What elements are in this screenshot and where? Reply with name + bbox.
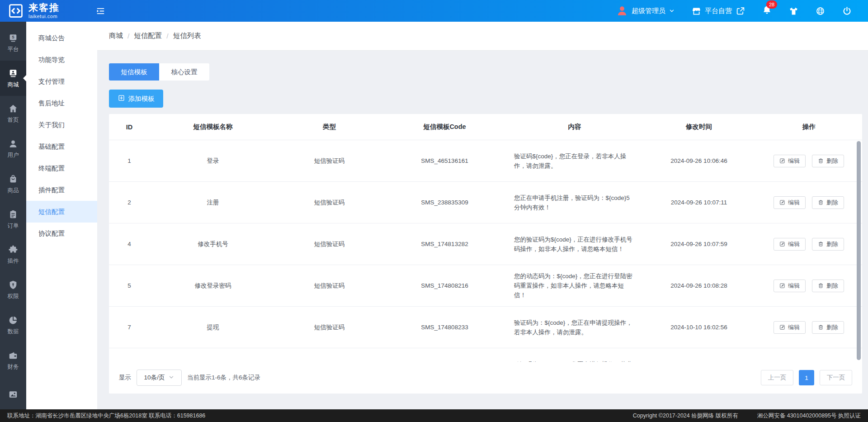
rail-item-label: 权限 — [8, 293, 19, 300]
rail-item-label: 财务 — [8, 363, 19, 371]
cell-template-code: SMS_465136161 — [382, 157, 507, 164]
rail-item-商品[interactable]: 商品 — [0, 166, 26, 202]
delete-button-label: 删除 — [826, 282, 838, 290]
submenu-item-功能导览[interactable]: 功能导览 — [26, 49, 97, 71]
cell-template-name: 登录 — [150, 157, 276, 165]
column-header-短信模板名称: 短信模板名称 — [150, 123, 276, 131]
column-header-内容: 内容 — [507, 122, 642, 132]
submenu-item-售后地址[interactable]: 售后地址 — [26, 92, 97, 114]
cell-template-name: 提现 — [150, 323, 276, 332]
rail-item-平台[interactable]: S平台 — [0, 25, 26, 61]
rail-item-插件[interactable]: 插件 — [0, 237, 26, 272]
table-scrollbar[interactable] — [857, 141, 861, 360]
add-template-button[interactable]: 添加模板 — [109, 90, 163, 108]
language-globe-button[interactable] — [816, 6, 825, 16]
delete-button[interactable]: 删除 — [812, 196, 844, 209]
svg-text:S: S — [12, 35, 14, 39]
cell-id: 1 — [109, 157, 150, 164]
edit-button[interactable]: 编辑 — [774, 280, 806, 292]
rail-item-media-icon[interactable] — [0, 378, 26, 413]
shop-link[interactable]: 平台自营 — [692, 6, 745, 16]
media-icon — [8, 389, 18, 399]
edit-button[interactable]: 编辑 — [774, 238, 806, 251]
pagination-bar: 显示 10条/页 当前显示1-6条，共6条记录 上一页 1 下一页 — [109, 362, 862, 394]
trash-icon — [818, 283, 824, 289]
plugin-icon — [8, 245, 18, 255]
brand-title: 来客推 — [28, 3, 60, 12]
submenu-item-终端配置[interactable]: 终端配置 — [26, 157, 97, 179]
submenu-item-基础配置[interactable]: 基础配置 — [26, 136, 97, 157]
sidebar-submenu: 商城公告功能导览支付管理售后地址关于我们基础配置终端配置插件配置短信配置协议配置 — [26, 22, 97, 422]
notifications-button[interactable]: 28 — [762, 5, 772, 17]
prev-page-button[interactable]: 上一页 — [761, 370, 793, 385]
sidebar-rail: S平台商城首页用户商品订单插件权限数据财务 — [0, 22, 26, 422]
footer-beian[interactable]: 湘公网安备 43010402000895号 执照认证 — [757, 412, 861, 420]
breadcrumb-item-sms-config[interactable]: 短信配置 — [134, 31, 162, 41]
auth-icon — [8, 280, 18, 290]
tab-核心设置[interactable]: 核心设置 — [159, 63, 209, 81]
table-body: 1登录短信验证码SMS_465136161验证码${code}，您正在登录，若非… — [109, 140, 862, 362]
delete-button[interactable]: 删除 — [812, 321, 844, 334]
trash-icon — [818, 324, 824, 330]
edit-button[interactable]: 编辑 — [774, 321, 806, 334]
rail-item-label: 商城 — [8, 81, 19, 89]
pagination-summary: 当前显示1-6条，共6条记录 — [187, 374, 260, 382]
rail-item-财务[interactable]: 财务 — [0, 343, 26, 378]
user-icon — [8, 139, 18, 149]
delete-button[interactable]: 删除 — [812, 155, 844, 167]
page-size-select[interactable]: 10条/页 — [137, 370, 182, 386]
table-row: 7提现短信验证码SMS_174808233验证码为：${code}，您正在申请提… — [109, 307, 862, 348]
edit-button-label: 编辑 — [788, 157, 800, 165]
rail-item-首页[interactable]: 首页 — [0, 96, 26, 131]
edit-icon — [779, 324, 785, 330]
cell-content: 您的动态码为：${code}，您正在进行登陆密码重置操作，如非本人操作，请忽略本… — [507, 271, 642, 300]
next-page-button[interactable]: 下一页 — [820, 370, 852, 385]
cell-modified-time: 2024-09-26 10:06:46 — [642, 157, 755, 164]
cell-actions: 编辑删除 — [755, 321, 862, 334]
rail-item-权限[interactable]: 权限 — [0, 272, 26, 308]
tab-短信模板[interactable]: 短信模板 — [109, 63, 159, 81]
breadcrumb-item-mall[interactable]: 商城 — [109, 31, 123, 41]
rail-item-label: 商品 — [8, 187, 19, 194]
rail-item-label: 订单 — [8, 222, 19, 230]
plus-square-icon — [118, 95, 125, 103]
page-number-current[interactable]: 1 — [799, 370, 814, 385]
breadcrumb-item-sms-list: 短信列表 — [173, 31, 201, 41]
rail-item-商城[interactable]: 商城 — [0, 61, 26, 96]
submenu-item-关于我们[interactable]: 关于我们 — [26, 114, 97, 136]
delete-button[interactable]: 删除 — [812, 280, 844, 292]
notification-badge: 28 — [766, 0, 777, 9]
rail-item-数据[interactable]: 数据 — [0, 308, 26, 343]
logout-power-button[interactable] — [842, 6, 852, 16]
select-chevron-icon — [169, 375, 174, 381]
edit-button[interactable]: 编辑 — [774, 155, 806, 167]
table-row: 5修改登录密码短信验证码SMS_174808216您的动态码为：${code}，… — [109, 265, 862, 307]
column-header-修改时间: 修改时间 — [642, 123, 755, 131]
cell-id: 2 — [109, 199, 150, 206]
submenu-item-协议配置[interactable]: 协议配置 — [26, 223, 97, 244]
cell-actions: 编辑删除 — [755, 280, 862, 292]
pager: 上一页 1 下一页 — [761, 370, 852, 385]
rail-item-用户[interactable]: 用户 — [0, 131, 26, 166]
footer-bar: 联系地址：湖南省长沙市岳麓区绿地中央广场6栋2018室 联系电话：6159816… — [0, 409, 868, 422]
column-header-ID: ID — [109, 123, 150, 131]
submenu-item-插件配置[interactable]: 插件配置 — [26, 179, 97, 201]
user-name: 超级管理员 — [632, 7, 665, 15]
topbar: 来客推 laiketui.com 超级管理员 平台自营 28 — [0, 0, 868, 22]
user-menu[interactable]: 超级管理员 — [616, 5, 675, 17]
submenu-item-支付管理[interactable]: 支付管理 — [26, 71, 97, 92]
submenu-item-商城公告[interactable]: 商城公告 — [26, 27, 97, 49]
edit-icon — [779, 241, 785, 247]
rail-item-label: 平台 — [8, 46, 19, 53]
edit-button[interactable]: 编辑 — [774, 196, 806, 209]
cell-actions: 编辑删除 — [755, 155, 862, 167]
collapse-menu-icon[interactable] — [96, 6, 105, 16]
submenu-item-短信配置[interactable]: 短信配置 — [26, 201, 97, 223]
cell-actions: 编辑删除 — [755, 238, 862, 251]
delete-button[interactable]: 删除 — [812, 238, 844, 251]
rail-item-label: 用户 — [8, 152, 19, 159]
footer-address: 联系地址：湖南省长沙市岳麓区绿地中央广场6栋2018室 联系电话：6159816… — [7, 412, 205, 420]
rail-item-订单[interactable]: 订单 — [0, 202, 26, 237]
cell-modified-time: 2024-09-26 10:07:59 — [642, 241, 755, 247]
theme-tshirt-button[interactable] — [789, 6, 798, 16]
